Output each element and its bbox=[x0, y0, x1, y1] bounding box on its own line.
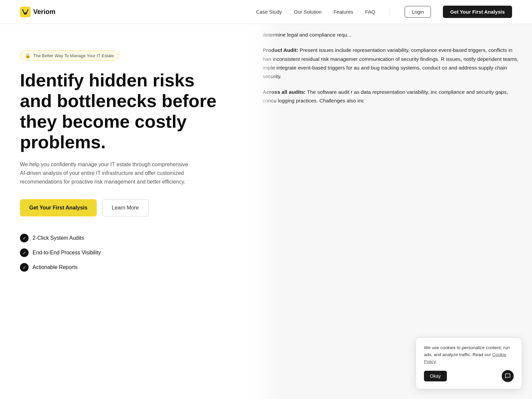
logo-text: Veriom bbox=[33, 8, 56, 16]
nav-features[interactable]: Features bbox=[333, 9, 353, 15]
panel-intro-text: determine legal and compliance requ... bbox=[263, 31, 519, 39]
hero-title: Identify hidden risks and bottlenecks be… bbox=[20, 70, 219, 152]
logo-icon bbox=[20, 7, 31, 17]
nav-case-study[interactable]: Case Study bbox=[256, 9, 282, 15]
logo[interactable]: Veriom bbox=[20, 7, 56, 17]
feature-item-3: ✓ Actionable Reports bbox=[20, 263, 233, 272]
panel-product-audit-label: Product Audit: bbox=[263, 47, 298, 53]
feature-label-1: 2-Click System Audits bbox=[33, 235, 84, 241]
hero-badge-text: The Better Way To Manage Your IT Estate bbox=[33, 53, 114, 58]
nav-links: Case Study Our Solution Features FAQ Log… bbox=[256, 6, 512, 18]
cookie-okay-button[interactable]: Okay bbox=[424, 371, 447, 381]
hero-subtitle: We help you confidently manage your IT e… bbox=[20, 160, 193, 186]
svg-rect-0 bbox=[20, 7, 31, 17]
panel-product-audit: Product Audit: Present issues include re… bbox=[263, 46, 519, 81]
panel-across-audits: Across all audits: The software audit r … bbox=[263, 88, 519, 105]
hero-primary-cta[interactable]: Get Your First Analysis bbox=[20, 199, 97, 216]
feature-item-1: ✓ 2-Click System Audits bbox=[20, 234, 233, 242]
check-icon-3: ✓ bbox=[20, 263, 29, 272]
login-button[interactable]: Login bbox=[405, 6, 431, 18]
panel-text-block: determine legal and compliance requ... P… bbox=[263, 31, 519, 105]
nav-our-solution[interactable]: Our Solution bbox=[294, 9, 322, 15]
check-icon-2: ✓ bbox=[20, 248, 29, 257]
hero-features: ✓ 2-Click System Audits ✓ End-to-End Pro… bbox=[20, 234, 233, 272]
hero-badge: 🔒 The Better Way To Manage Your IT Estat… bbox=[20, 51, 119, 61]
hero-section: 🔒 The Better Way To Manage Your IT Estat… bbox=[0, 24, 253, 399]
check-icon-1: ✓ bbox=[20, 234, 29, 242]
feature-item-2: ✓ End-to-End Process Visibility bbox=[20, 248, 233, 257]
navbar: Veriom Case Study Our Solution Features … bbox=[0, 0, 532, 24]
hero-buttons: Get Your First Analysis Learn More bbox=[20, 199, 233, 216]
panel-across-audits-label: Across all audits: bbox=[263, 89, 306, 95]
nav-faq[interactable]: FAQ bbox=[365, 9, 375, 15]
nav-cta-button[interactable]: Get Your First Analysis bbox=[443, 6, 512, 18]
chat-icon[interactable] bbox=[502, 370, 514, 382]
feature-label-2: End-to-End Process Visibility bbox=[33, 250, 101, 256]
nav-divider bbox=[390, 7, 390, 17]
panel-product-audit-text: Present issues include representation va… bbox=[263, 47, 518, 79]
feature-label-3: Actionable Reports bbox=[33, 264, 77, 270]
badge-lock-icon: 🔒 bbox=[25, 53, 31, 58]
cookie-banner: We use cookies to personalize content, r… bbox=[416, 337, 522, 389]
hero-secondary-cta[interactable]: Learn More bbox=[102, 199, 149, 216]
cookie-text: We use cookies to personalize content, r… bbox=[424, 344, 514, 365]
cookie-footer: Okay bbox=[424, 370, 514, 382]
